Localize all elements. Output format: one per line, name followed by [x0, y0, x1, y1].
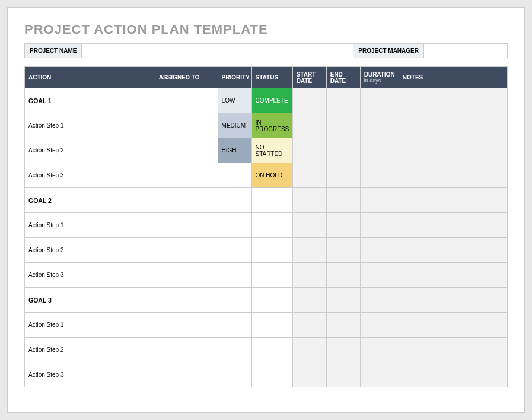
cell-assigned[interactable] [155, 362, 218, 387]
cell-notes[interactable] [399, 88, 507, 113]
cell-action[interactable]: Action Step 3 [25, 163, 155, 188]
cell-status[interactable] [251, 213, 292, 238]
cell-status[interactable] [251, 238, 292, 263]
cell-status[interactable] [251, 288, 292, 313]
cell-assigned[interactable] [155, 213, 218, 238]
cell-end-date[interactable] [326, 313, 360, 338]
cell-priority[interactable] [218, 188, 251, 213]
cell-assigned[interactable] [155, 88, 218, 113]
cell-action[interactable]: Action Step 1 [25, 113, 155, 138]
cell-start-date[interactable] [292, 138, 326, 163]
cell-action[interactable]: Action Step 2 [25, 138, 155, 163]
cell-duration[interactable] [360, 163, 399, 188]
cell-status[interactable] [251, 188, 292, 213]
cell-priority[interactable] [218, 338, 251, 362]
cell-duration[interactable] [360, 338, 399, 362]
cell-assigned[interactable] [155, 263, 218, 288]
cell-start-date[interactable] [292, 213, 326, 238]
cell-action[interactable]: GOAL 1 [25, 88, 155, 113]
cell-end-date[interactable] [326, 188, 360, 213]
cell-priority[interactable] [218, 313, 251, 338]
cell-notes[interactable] [399, 338, 507, 362]
cell-action[interactable]: Action Step 1 [25, 313, 155, 338]
cell-notes[interactable] [399, 263, 507, 288]
cell-start-date[interactable] [292, 238, 326, 263]
cell-status[interactable] [251, 338, 292, 362]
cell-start-date[interactable] [292, 263, 326, 288]
cell-duration[interactable] [360, 263, 399, 288]
cell-end-date[interactable] [326, 88, 360, 113]
cell-start-date[interactable] [292, 362, 326, 387]
cell-duration[interactable] [360, 288, 399, 313]
cell-action[interactable]: GOAL 3 [25, 288, 155, 313]
cell-notes[interactable] [399, 213, 507, 238]
cell-end-date[interactable] [326, 138, 360, 163]
cell-duration[interactable] [360, 138, 399, 163]
cell-start-date[interactable] [292, 288, 326, 313]
cell-notes[interactable] [399, 313, 507, 338]
project-name-value[interactable] [82, 44, 353, 58]
cell-end-date[interactable] [326, 163, 360, 188]
cell-priority[interactable] [218, 163, 251, 188]
cell-action[interactable]: Action Step 3 [25, 362, 155, 387]
cell-duration[interactable] [360, 362, 399, 387]
cell-priority[interactable]: MEDIUM [218, 113, 251, 138]
cell-duration[interactable] [360, 313, 399, 338]
cell-action[interactable]: Action Step 2 [25, 338, 155, 362]
cell-status[interactable]: IN PROGRESS [251, 113, 292, 138]
cell-duration[interactable] [360, 238, 399, 263]
cell-notes[interactable] [399, 113, 507, 138]
cell-notes[interactable] [399, 138, 507, 163]
cell-assigned[interactable] [155, 338, 218, 362]
cell-start-date[interactable] [292, 188, 326, 213]
table-row: GOAL 2 [25, 188, 508, 213]
cell-end-date[interactable] [326, 238, 360, 263]
cell-assigned[interactable] [155, 113, 218, 138]
cell-assigned[interactable] [155, 238, 218, 263]
project-manager-value[interactable] [424, 44, 507, 58]
cell-notes[interactable] [399, 238, 507, 263]
cell-notes[interactable] [399, 163, 507, 188]
cell-notes[interactable] [399, 288, 507, 313]
cell-assigned[interactable] [155, 313, 218, 338]
cell-assigned[interactable] [155, 138, 218, 163]
cell-priority[interactable] [218, 263, 251, 288]
cell-notes[interactable] [399, 188, 507, 213]
cell-assigned[interactable] [155, 163, 218, 188]
cell-status[interactable]: ON HOLD [251, 163, 292, 188]
cell-action[interactable]: GOAL 2 [25, 188, 155, 213]
cell-duration[interactable] [360, 188, 399, 213]
cell-status[interactable] [251, 313, 292, 338]
table-row: Action Step 3 [25, 362, 508, 387]
cell-notes[interactable] [399, 362, 507, 387]
cell-end-date[interactable] [326, 113, 360, 138]
cell-assigned[interactable] [155, 288, 218, 313]
cell-priority[interactable]: LOW [218, 88, 251, 113]
cell-assigned[interactable] [155, 188, 218, 213]
cell-priority[interactable] [218, 238, 251, 263]
cell-priority[interactable] [218, 362, 251, 387]
cell-action[interactable]: Action Step 3 [25, 263, 155, 288]
cell-priority[interactable] [218, 213, 251, 238]
cell-priority[interactable] [218, 288, 251, 313]
cell-end-date[interactable] [326, 213, 360, 238]
cell-start-date[interactable] [292, 88, 326, 113]
cell-end-date[interactable] [326, 338, 360, 362]
cell-start-date[interactable] [292, 163, 326, 188]
cell-start-date[interactable] [292, 113, 326, 138]
cell-status[interactable] [251, 263, 292, 288]
cell-start-date[interactable] [292, 313, 326, 338]
cell-duration[interactable] [360, 88, 399, 113]
cell-start-date[interactable] [292, 338, 326, 362]
cell-status[interactable] [251, 362, 292, 387]
cell-end-date[interactable] [326, 263, 360, 288]
cell-end-date[interactable] [326, 362, 360, 387]
cell-duration[interactable] [360, 113, 399, 138]
cell-action[interactable]: Action Step 2 [25, 238, 155, 263]
cell-priority[interactable]: HIGH [218, 138, 251, 163]
cell-status[interactable]: COMPLETE [251, 88, 292, 113]
cell-status[interactable]: NOT STARTED [251, 138, 292, 163]
cell-end-date[interactable] [326, 288, 360, 313]
cell-duration[interactable] [360, 213, 399, 238]
cell-action[interactable]: Action Step 1 [25, 213, 155, 238]
